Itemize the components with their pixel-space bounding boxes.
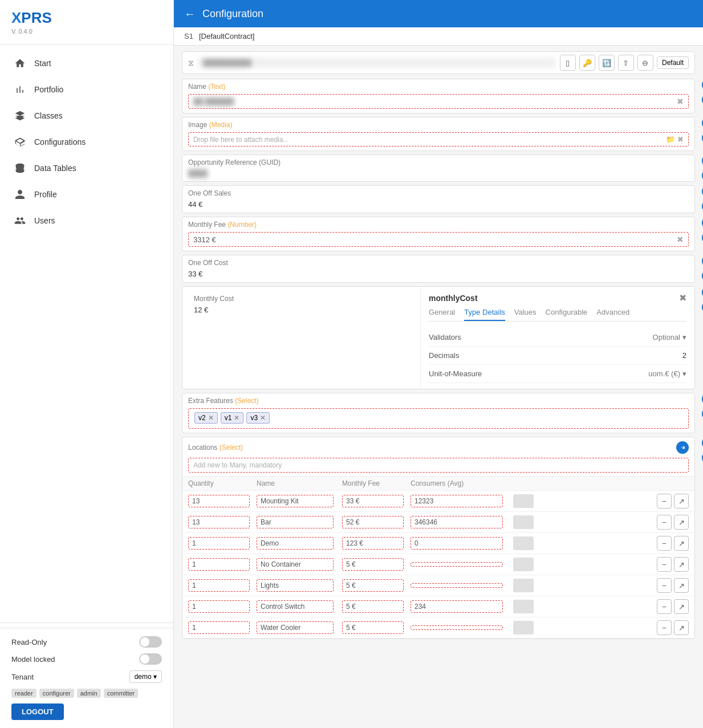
row-open-6[interactable]: ↗ xyxy=(674,620,689,635)
row-open-3[interactable]: ↗ xyxy=(674,557,689,572)
sidebar-item-classes[interactable]: Classes xyxy=(0,103,173,129)
row-fee-5[interactable]: 5 € xyxy=(342,600,404,613)
tag-v1-remove[interactable]: ✕ xyxy=(234,414,239,422)
row-consumers-4[interactable] xyxy=(411,583,503,588)
model-locked-toggle-row: Model locked xyxy=(11,653,162,665)
row-minus-1[interactable]: − xyxy=(657,515,672,530)
tab-values[interactable]: Values xyxy=(514,308,537,321)
sidebar-item-start[interactable]: Start xyxy=(0,50,173,76)
name-label: Name (Text) xyxy=(182,79,694,92)
row-fee-3[interactable]: 5 € xyxy=(342,558,404,571)
row-fee-0[interactable]: 33 € xyxy=(342,495,404,507)
topbar-title: Configuration xyxy=(202,8,263,20)
tab-general[interactable]: General xyxy=(429,308,455,321)
nav-menu: Start Portfolio Classes Configurations D… xyxy=(0,44,173,618)
sidebar-item-data-tables[interactable]: Data Tables xyxy=(0,155,173,181)
upload-button[interactable]: ⇧ xyxy=(618,55,634,71)
bar-chart-icon xyxy=(14,83,26,96)
row-fee-4[interactable]: 5 € xyxy=(342,579,404,592)
row-name-5[interactable]: Control Switch xyxy=(257,600,334,613)
image-clear-icon[interactable]: ✖ xyxy=(677,135,684,144)
monthly-fee-clear[interactable]: ✖ xyxy=(677,235,684,244)
row-name-3[interactable]: No Container xyxy=(257,558,334,571)
sidebar-item-users[interactable]: Users xyxy=(0,208,173,234)
row-consumers-1[interactable]: 346346 xyxy=(411,516,503,528)
back-button[interactable]: ← xyxy=(184,7,196,21)
sidebar-label-profile: Profile xyxy=(34,190,57,199)
row-minus-2[interactable]: − xyxy=(657,536,672,551)
row-minus-4[interactable]: − xyxy=(657,578,672,593)
row-open-5[interactable]: ↗ xyxy=(674,599,689,614)
row-minus-6[interactable]: − xyxy=(657,620,672,635)
extra-features-tags[interactable]: v2 ✕ v1 ✕ v3 ✕ xyxy=(188,408,689,429)
row-qty-5[interactable]: 1 xyxy=(188,600,250,613)
image-input-wrap[interactable]: Drop file here to attach media... 📁 ✖ xyxy=(188,132,689,147)
tab-configurable[interactable]: Configurable xyxy=(546,308,588,321)
uom-dropdown[interactable]: uom.€ (€) ▾ xyxy=(648,369,686,378)
logout-button[interactable]: LOGOUT xyxy=(11,703,64,720)
panel-close-button[interactable]: ✖ xyxy=(679,292,686,303)
opportunity-label: Opportunity Reference (GUID) xyxy=(182,155,694,168)
row-fee-6[interactable]: 5 € xyxy=(342,621,404,634)
name-clear-icon[interactable]: ✖ xyxy=(677,97,684,106)
tenant-select[interactable]: demo ▾ xyxy=(129,670,162,683)
tenant-label: Tenant xyxy=(11,673,34,681)
row-qty-6[interactable]: 1 xyxy=(188,621,250,634)
sidebar-item-configurations[interactable]: Configurations xyxy=(0,129,173,155)
image-folder-icon[interactable]: 📁 xyxy=(666,135,675,144)
share-button[interactable]: 🔃 xyxy=(599,55,615,71)
tag-v2-remove[interactable]: ✕ xyxy=(208,414,214,422)
table-row: 1 Demo 123 € 0 − ↗ xyxy=(182,533,694,554)
minus-circle-button[interactable]: ⊖ xyxy=(637,55,653,71)
locations-gear-icon[interactable] xyxy=(676,441,689,454)
row-minus-3[interactable]: − xyxy=(657,557,672,572)
row-consumers-6[interactable] xyxy=(411,625,503,630)
tag-v3-remove[interactable]: ✕ xyxy=(260,414,266,422)
row-consumers-5[interactable]: 234 xyxy=(411,600,503,613)
row-qty-1[interactable]: 13 xyxy=(188,516,250,528)
key-button[interactable]: 🔑 xyxy=(579,55,595,71)
monthly-fee-input-wrap[interactable]: 3312 € ✖ xyxy=(188,232,689,247)
row-qty-3[interactable]: 1 xyxy=(188,558,250,571)
row-minus-5[interactable]: − xyxy=(657,599,672,614)
row-name-6[interactable]: Water Cooler xyxy=(257,621,334,634)
row-qty-4[interactable]: 1 xyxy=(188,579,250,592)
copy-button[interactable]: ▯ xyxy=(560,55,576,71)
one-off-sales-label: One Off Sales xyxy=(182,186,694,198)
row-open-2[interactable]: ↗ xyxy=(674,536,689,551)
locations-add-placeholder[interactable]: Add new to Many, mandatory xyxy=(188,458,689,473)
default-dropdown[interactable]: Default xyxy=(657,56,689,69)
row-open-1[interactable]: ↗ xyxy=(674,515,689,530)
row-name-2[interactable]: Demo xyxy=(257,537,334,550)
name-input-wrap[interactable]: ██ ██████ ✖ xyxy=(188,94,689,109)
row-name-1[interactable]: Bar xyxy=(257,516,334,528)
col-header-qty: Quantity xyxy=(188,479,257,487)
opportunity-field-wrap: Opportunity Reference (GUID) ████ xyxy=(182,154,695,182)
sidebar-item-profile[interactable]: Profile xyxy=(0,181,173,208)
row-thumb-2 xyxy=(513,536,534,550)
row-qty-0[interactable]: 13 xyxy=(188,495,250,507)
row-consumers-3[interactable] xyxy=(411,562,503,567)
tab-type-details[interactable]: Type Details xyxy=(464,308,505,321)
row-fee-1[interactable]: 52 € xyxy=(342,516,404,528)
row-name-4[interactable]: Lights xyxy=(257,579,334,592)
row-fee-2[interactable]: 123 € xyxy=(342,537,404,550)
read-only-toggle[interactable] xyxy=(139,636,162,648)
monthly-fee-wrap: Monthly Fee (Number) 3312 € ✖ xyxy=(182,217,695,251)
row-name-0[interactable]: Mounting Kit xyxy=(257,495,334,507)
row-consumers-0[interactable]: 12323 xyxy=(411,495,503,507)
row-qty-2[interactable]: 1 xyxy=(188,537,250,550)
name-field: Name (Text) ██ ██████ ✖ xyxy=(182,79,695,113)
row-minus-0[interactable]: − xyxy=(657,494,672,509)
model-locked-toggle[interactable] xyxy=(139,653,162,665)
row-consumers-2[interactable]: 0 xyxy=(411,537,503,550)
toolbar-row: ⧖ ██████████ ▯ 🔑 🔃 ⇧ ⊖ Default xyxy=(182,51,695,74)
uom-value: uom.€ (€) xyxy=(648,369,680,378)
tab-advanced[interactable]: Advanced xyxy=(596,308,629,321)
table-row: 1 Lights 5 € − ↗ xyxy=(182,575,694,596)
decimals-label: Decimals xyxy=(429,351,459,360)
row-open-0[interactable]: ↗ xyxy=(674,494,689,509)
row-open-4[interactable]: ↗ xyxy=(674,578,689,593)
sidebar-item-portfolio[interactable]: Portfolio xyxy=(0,76,173,103)
validators-dropdown[interactable]: Optional ▾ xyxy=(653,333,686,341)
